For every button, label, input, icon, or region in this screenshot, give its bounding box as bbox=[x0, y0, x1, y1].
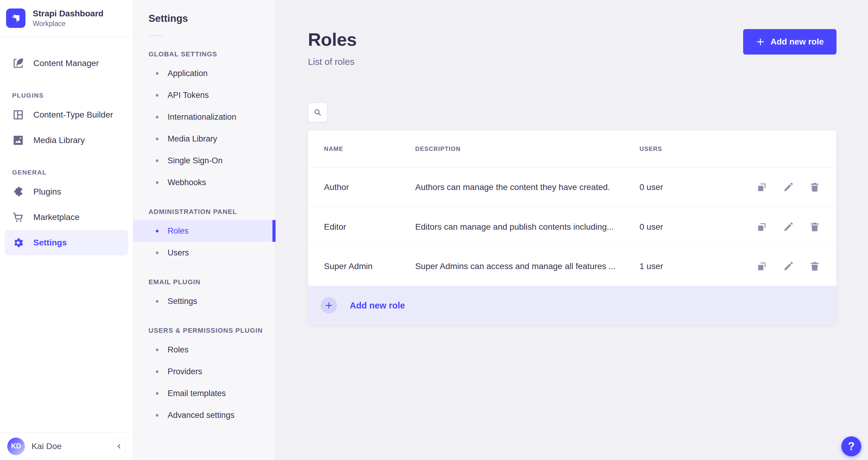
bullet-icon bbox=[156, 392, 158, 395]
sidebar-item-label: Plugins bbox=[33, 187, 61, 197]
subnav-item-roles[interactable]: Roles bbox=[133, 220, 276, 242]
gear-icon bbox=[12, 237, 24, 249]
help-button[interactable]: ? bbox=[841, 436, 861, 456]
sidebar-item-label: Marketplace bbox=[33, 212, 80, 222]
edit-pencil-icon[interactable] bbox=[782, 260, 794, 272]
table-row-author[interactable]: Author Authors can manage the content th… bbox=[308, 167, 836, 207]
workspace-title: Strapi Dashboard bbox=[33, 8, 103, 19]
main-sidebar: Strapi Dashboard Workplace Content Manag… bbox=[0, 0, 133, 460]
workspace-subtitle: Workplace bbox=[33, 20, 103, 28]
subnav-item-label: Internationalization bbox=[167, 113, 237, 122]
sidebar-item-plugins[interactable]: Plugins bbox=[0, 179, 133, 205]
sidebar-item-settings[interactable]: Settings bbox=[5, 230, 128, 255]
add-new-role-button[interactable]: Add new role bbox=[743, 29, 836, 55]
subnav-divider bbox=[149, 35, 163, 36]
role-name: Editor bbox=[324, 222, 415, 232]
feather-pen-icon bbox=[12, 57, 24, 69]
sidebar-item-media-library[interactable]: Media Library bbox=[0, 128, 133, 153]
subnav-section-email-plugin: EMAIL PLUGIN bbox=[133, 278, 276, 286]
sidebar-nav: Content Manager PLUGINS Content-Type Bui… bbox=[0, 37, 133, 432]
strapi-logo-icon bbox=[6, 8, 26, 28]
subnav-item-api-tokens[interactable]: API Tokens bbox=[133, 84, 276, 106]
subnav-item-label: Users bbox=[167, 248, 189, 257]
sidebar-item-marketplace[interactable]: Marketplace bbox=[0, 205, 133, 230]
role-name: Super Admin bbox=[324, 262, 415, 271]
subnav-item-label: Application bbox=[167, 69, 208, 78]
subnav-item-label: Providers bbox=[167, 367, 202, 376]
question-mark-icon: ? bbox=[848, 440, 855, 453]
bullet-icon bbox=[156, 348, 158, 351]
sidebar-item-label: Media Library bbox=[33, 135, 85, 145]
layout-grid-icon bbox=[12, 109, 24, 121]
subnav-item-up-roles[interactable]: Roles bbox=[133, 339, 276, 361]
subnav-item-single-sign-on[interactable]: Single Sign-On bbox=[133, 150, 276, 172]
trash-icon[interactable] bbox=[809, 260, 820, 272]
search-button[interactable] bbox=[308, 103, 327, 122]
subnav-section-administration-panel: ADMINISTRATION PANEL bbox=[133, 208, 276, 216]
subnav-item-email-settings[interactable]: Settings bbox=[133, 290, 276, 312]
subnav-item-media-library[interactable]: Media Library bbox=[133, 128, 276, 150]
bullet-icon bbox=[156, 116, 158, 119]
main-content: Roles List of roles Add new role NAME DE… bbox=[276, 0, 868, 460]
cart-icon bbox=[12, 211, 24, 223]
bullet-icon bbox=[156, 230, 158, 233]
subnav-item-email-templates[interactable]: Email templates bbox=[133, 382, 276, 404]
subnav-item-application[interactable]: Application bbox=[133, 62, 276, 84]
subnav-item-label: Roles bbox=[167, 226, 188, 236]
bullet-icon bbox=[156, 251, 158, 254]
subnav-item-providers[interactable]: Providers bbox=[133, 361, 276, 382]
page-title: Roles bbox=[308, 29, 357, 50]
subnav-item-label: Roles bbox=[167, 345, 188, 355]
user-avatar[interactable]: KD bbox=[7, 437, 25, 455]
sidebar-section-plugins: PLUGINS bbox=[12, 92, 133, 99]
sidebar-collapse-button[interactable] bbox=[113, 438, 125, 455]
edit-pencil-icon[interactable] bbox=[782, 182, 794, 193]
roles-table-card: NAME DESCRIPTION USERS Author Authors ca… bbox=[308, 131, 836, 325]
sidebar-item-label: Settings bbox=[33, 238, 67, 248]
column-header-name: NAME bbox=[324, 146, 415, 152]
role-description: Authors can manage the content they have… bbox=[415, 182, 640, 192]
edit-pencil-icon[interactable] bbox=[782, 221, 794, 233]
workspace-brand[interactable]: Strapi Dashboard Workplace bbox=[0, 0, 133, 37]
table-add-new-role-row[interactable]: Add new role bbox=[308, 286, 836, 325]
trash-icon[interactable] bbox=[809, 221, 820, 233]
bullet-icon bbox=[156, 159, 158, 162]
bullet-icon bbox=[156, 72, 158, 75]
bullet-icon bbox=[156, 370, 158, 373]
subnav-item-users[interactable]: Users bbox=[133, 242, 276, 264]
table-row-editor[interactable]: Editor Editors can manage and publish co… bbox=[308, 207, 836, 246]
role-users-count: 0 user bbox=[640, 182, 756, 192]
settings-subnav: Settings GLOBAL SETTINGS Application API… bbox=[133, 0, 276, 460]
subnav-item-internationalization[interactable]: Internationalization bbox=[133, 106, 276, 128]
subnav-item-label: Single Sign-On bbox=[167, 156, 223, 165]
column-header-description: DESCRIPTION bbox=[415, 146, 640, 152]
subnav-title: Settings bbox=[133, 13, 276, 24]
duplicate-icon[interactable] bbox=[756, 260, 768, 272]
subnav-item-label: Settings bbox=[167, 297, 197, 306]
column-header-users: USERS bbox=[640, 146, 756, 152]
page-header: Roles List of roles Add new role bbox=[308, 29, 836, 67]
subnav-item-webhooks[interactable]: Webhooks bbox=[133, 172, 276, 193]
role-users-count: 1 user bbox=[640, 262, 756, 271]
subnav-section-users-permissions-plugin: USERS & PERMISSIONS PLUGIN bbox=[133, 327, 276, 335]
duplicate-icon[interactable] bbox=[756, 221, 768, 233]
chevron-left-icon bbox=[115, 442, 123, 450]
bullet-icon bbox=[156, 414, 158, 417]
subnav-item-label: Email templates bbox=[167, 389, 226, 398]
role-name: Author bbox=[324, 182, 415, 192]
plus-icon bbox=[756, 37, 765, 47]
trash-icon[interactable] bbox=[809, 182, 820, 193]
duplicate-icon[interactable] bbox=[756, 182, 768, 193]
table-header-row: NAME DESCRIPTION USERS bbox=[308, 131, 836, 167]
subnav-item-advanced-settings[interactable]: Advanced settings bbox=[133, 404, 276, 426]
subnav-section-global-settings: GLOBAL SETTINGS bbox=[133, 50, 276, 58]
table-row-super-admin[interactable]: Super Admin Super Admins can access and … bbox=[308, 246, 836, 286]
sidebar-item-content-manager[interactable]: Content Manager bbox=[0, 51, 133, 76]
sidebar-item-label: Content Manager bbox=[33, 59, 99, 68]
sidebar-item-content-type-builder[interactable]: Content-Type Builder bbox=[0, 102, 133, 128]
bullet-icon bbox=[156, 181, 158, 184]
subnav-item-label: Webhooks bbox=[167, 178, 206, 187]
plus-circle-icon bbox=[321, 297, 337, 314]
puzzle-icon bbox=[12, 186, 24, 198]
sidebar-user-footer: KD Kai Doe bbox=[0, 432, 133, 460]
